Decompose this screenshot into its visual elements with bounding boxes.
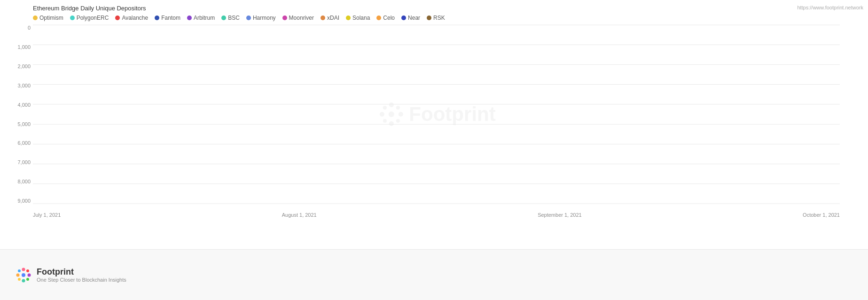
svg-point-19 (22, 273, 25, 277)
svg-point-22 (16, 273, 20, 276)
legend-label: Solana (352, 15, 370, 21)
x-label: August 1, 2021 (282, 212, 317, 218)
chart-svg (33, 25, 840, 204)
footer: Footprint One Step Closer to Blockchain … (0, 249, 868, 300)
chart-area: 9,0008,0007,0006,0005,0004,0003,0002,000… (33, 25, 840, 204)
legend-item-celo: Celo (376, 15, 395, 21)
y-label: 6,000 (7, 140, 31, 146)
y-label: 5,000 (7, 121, 31, 127)
legend-label: BSC (228, 15, 240, 21)
legend-dot (246, 16, 251, 20)
legend-item-moonriver: Moonriver (282, 15, 314, 21)
legend-label: PolygonERC (77, 15, 109, 21)
legend-dot (376, 16, 381, 20)
svg-point-23 (28, 273, 31, 276)
legend-item-arbitrum: Arbitrum (187, 15, 215, 21)
footer-logo-text: Footprint (37, 267, 126, 277)
legend-label: Celo (383, 15, 395, 21)
svg-point-27 (26, 278, 29, 281)
legend-label: Arbitrum (194, 15, 215, 21)
legend-label: RSK (433, 15, 445, 21)
y-label: 7,000 (7, 159, 31, 165)
legend-item-bsc: BSC (221, 15, 240, 21)
svg-point-24 (18, 269, 21, 272)
legend-dot (321, 16, 325, 20)
legend-label: Moonriver (289, 15, 314, 21)
legend-label: Optimism (39, 15, 63, 21)
footer-logo: Footprint One Step Closer to Blockchain … (14, 266, 126, 284)
y-axis: 9,0008,0007,0006,0005,0004,0003,0002,000… (7, 25, 31, 204)
footer-tagline: One Step Closer to Blockchain Insights (37, 277, 126, 283)
y-label: 4,000 (7, 102, 31, 108)
x-axis: July 1, 2021August 1, 2021September 1, 2… (33, 212, 840, 218)
x-label: September 1, 2021 (538, 212, 582, 218)
legend-dot (221, 16, 226, 20)
legend-dot (346, 16, 351, 20)
chart-title: Ethereum Bridge Daily Unique Depositors (33, 5, 840, 12)
legend-dot (427, 16, 431, 20)
chart-container: Ethereum Bridge Daily Unique Depositors … (0, 0, 868, 249)
y-label: 8,000 (7, 179, 31, 184)
legend-dot (282, 16, 287, 20)
legend-item-rsk: RSK (427, 15, 445, 21)
y-label: 0 (7, 25, 31, 31)
legend-item-optimism: Optimism (33, 15, 63, 21)
svg-point-21 (22, 279, 25, 282)
legend-dot (187, 16, 192, 20)
legend-dot (155, 16, 159, 20)
y-label: 9,000 (7, 198, 31, 204)
legend-item-xdai: xDAI (321, 15, 339, 21)
svg-point-20 (22, 268, 25, 271)
legend-label: Fantom (161, 15, 180, 21)
legend-item-avalanche: Avalanche (115, 15, 148, 21)
legend-label: Avalanche (122, 15, 148, 21)
url-label: https://www.footprint.network (797, 5, 863, 10)
y-label: 3,000 (7, 83, 31, 88)
legend-dot (401, 16, 406, 20)
chart-legend: OptimismPolygonERCAvalancheFantomArbitru… (33, 15, 840, 21)
footer-logo-icon (14, 266, 33, 284)
y-label: 2,000 (7, 63, 31, 69)
legend-label: Harmony (253, 15, 276, 21)
y-label: 1,000 (7, 44, 31, 50)
svg-point-26 (18, 278, 21, 281)
x-label: July 1, 2021 (33, 212, 61, 218)
x-label: October 1, 2021 (803, 212, 840, 218)
legend-item-harmony: Harmony (246, 15, 276, 21)
legend-item-solana: Solana (346, 15, 370, 21)
legend-label: Near (408, 15, 420, 21)
legend-item-near: Near (401, 15, 420, 21)
legend-dot (115, 16, 120, 20)
legend-item-polygonerc: PolygonERC (70, 15, 109, 21)
legend-dot (33, 16, 38, 20)
legend-item-fantom: Fantom (155, 15, 180, 21)
legend-label: xDAI (327, 15, 339, 21)
legend-dot (70, 16, 75, 20)
svg-point-25 (26, 269, 29, 272)
